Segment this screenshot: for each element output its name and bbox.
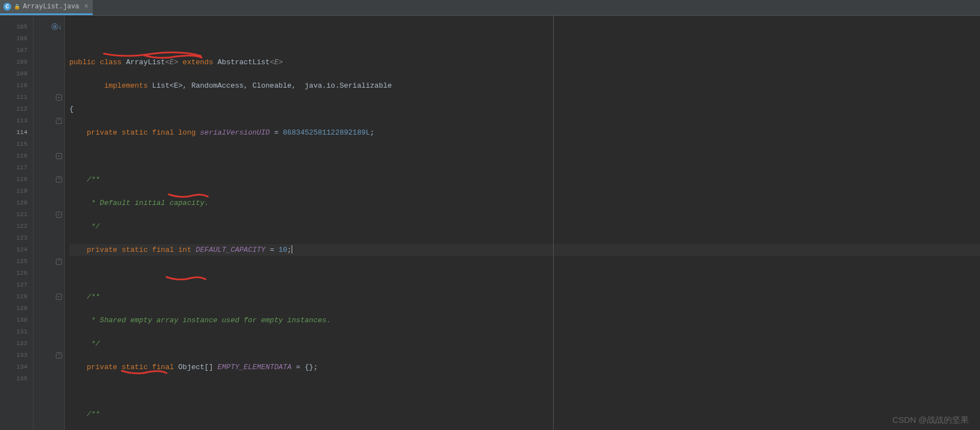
close-icon[interactable]: × [84,3,88,11]
field: DEFAULT_CAPACITY [196,246,265,254]
implements-list: List<E>, RandomAccess, Cloneable, java.i… [148,82,392,90]
code-line: * Default initial capacity. [69,197,980,209]
fold-open-icon[interactable]: − [56,94,62,101]
line-number: 118 [0,174,27,185]
fold-row: ⌃ [34,256,62,267]
fold-row [34,197,62,209]
line-number: 108 [0,56,27,68]
fold-row [34,373,62,385]
line-number: 125 [0,256,27,267]
javadoc: */ [87,222,99,231]
fold-open-icon[interactable]: − [56,294,62,300]
fold-open-icon[interactable]: − [56,153,62,159]
fold-open-icon[interactable]: − [56,212,62,218]
line-number: 105 [0,21,27,33]
code-line: implements List<E>, RandomAccess, Clonea… [69,80,980,92]
line-number: 131 [0,326,27,338]
fold-row [34,127,62,138]
line-number: 111 [0,92,27,103]
line-number: 122 [0,221,27,232]
fold-row [34,314,62,326]
line-number: 110 [0,80,27,92]
fold-row [34,232,62,244]
fold-row [34,267,62,279]
fold-close-icon[interactable]: ⌃ [56,176,62,183]
javadoc: /** [87,410,99,418]
javadoc: * Shared empty array instance used for e… [87,316,331,324]
line-number: 115 [0,138,27,150]
fold-row [34,68,62,80]
fold-row: − [34,150,62,162]
code-line: private static final int DEFAULT_CAPACIT… [69,244,980,256]
code-line: public class ArrayList<E> extends Abstra… [69,56,980,68]
code-line: */ [69,221,980,232]
end: = {}; [292,363,318,371]
code-content[interactable]: public class ArrayList<E> extends Abstra… [65,16,980,430]
fold-row [34,45,62,56]
code-line: /** [69,174,980,185]
code-line: /** [69,408,980,420]
line-number: 106 [0,33,27,45]
line-number: 112 [0,103,27,115]
line-number: 114 [0,127,27,138]
fold-row [34,326,62,338]
line-number: 133 [0,350,27,361]
editor-splitter[interactable] [553,16,554,430]
line-number: 113 [0,115,27,127]
fold-row [34,279,62,291]
code-line: /** [69,291,980,303]
code-line [69,150,980,162]
fold-close-icon[interactable]: ⌃ [56,118,62,124]
line-number: 121 [0,209,27,221]
field: EMPTY_ELEMENTDATA [217,363,292,371]
number: 8683452581122892189L [283,128,370,137]
fold-row: − [34,92,62,103]
javadoc: /** [87,175,99,184]
line-number: 120 [0,197,27,209]
file-tab[interactable]: C 🔒 ArrayList.java × [0,0,93,15]
line-number: 119 [0,185,27,197]
line-number: 132 [0,338,27,350]
number: 10 [279,246,288,254]
fold-row: ⌃ [34,115,62,127]
end: ; [287,246,292,254]
end: ; [370,128,374,137]
lock-icon: 🔒 [14,4,20,10]
fold-row [34,56,62,68]
fold-row [34,361,62,373]
brace: { [69,105,74,113]
fold-row [34,103,62,115]
code-line: { [69,103,980,115]
javadoc: */ [87,340,99,348]
line-number: 126 [0,267,27,279]
watermark-text: CSDN @战战的坚果 [892,415,969,426]
line-number: 128 [0,291,27,303]
fold-row: − [34,209,62,221]
fold-row [34,185,62,197]
fold-column: ⓐ↓−⌃−⌃−⌃−⌃ [34,16,65,430]
editor-area[interactable]: 1051061071081091101111121131141151161171… [0,16,980,430]
line-number: 135 [0,373,27,385]
line-number-gutter: 1051061071081091101111121131141151161171… [0,16,34,430]
modifiers: private static final int [87,246,196,254]
modifiers: private static final long [87,128,200,137]
line-number: 123 [0,232,27,244]
fold-close-icon[interactable]: ⌃ [56,352,62,359]
fold-row [34,221,62,232]
op: = [265,246,278,254]
line-number: 124 [0,244,27,256]
code-line: private static final long serialVersionU… [69,127,980,138]
fold-row: ⌃ [34,350,62,361]
override-down-icon[interactable]: ⓐ↓ [51,22,62,32]
line-number: 127 [0,279,27,291]
fold-row [34,33,62,45]
line-number: 130 [0,314,27,326]
code-line: */ [69,338,980,350]
code-line: * Shared empty array instance used for e… [69,314,980,326]
line-number: 107 [0,45,27,56]
line-number: 134 [0,361,27,373]
op: = [270,128,283,137]
fold-row: − [34,291,62,303]
fold-close-icon[interactable]: ⌃ [56,259,62,265]
line-number: 129 [0,303,27,314]
